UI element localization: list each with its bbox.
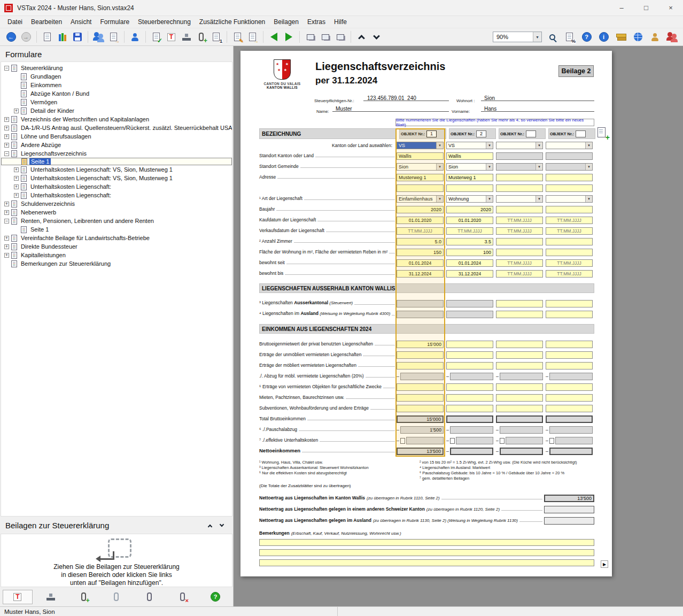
collapse-up-icon[interactable] <box>355 30 368 44</box>
date-field[interactable]: 31.12.2024 <box>397 270 444 278</box>
tree-item[interactable]: +Seite 1 <box>1 225 232 234</box>
dropdown-arrow-icon[interactable]: ▼ <box>535 164 542 170</box>
dropdown-arrow-icon[interactable]: ▼ <box>486 164 493 170</box>
zoom-select[interactable]: 90% ▼ <box>493 32 542 42</box>
expand-box-icon[interactable]: + <box>4 210 9 215</box>
dropdown-arrow-icon[interactable]: ▼ <box>585 196 592 202</box>
transfer-document-icon[interactable]: → <box>246 30 259 44</box>
dropdown-field[interactable]: Sion▼ <box>397 163 444 171</box>
objekt-number-field[interactable] <box>576 130 586 137</box>
text-field[interactable] <box>496 174 543 181</box>
tree-item[interactable]: +Verzeichnis der Wertschriften und Kapit… <box>1 115 232 124</box>
help-green-icon[interactable]: ? <box>209 590 222 604</box>
dropdown-arrow-icon[interactable]: ▼ <box>535 196 542 202</box>
amount-field[interactable] <box>546 405 593 412</box>
amount-field[interactable] <box>496 351 543 359</box>
amount-field[interactable] <box>496 383 543 391</box>
amount-field[interactable] <box>496 249 543 256</box>
tree-item[interactable]: −Steuererklärung <box>1 64 232 72</box>
attachments-dropzone[interactable]: Ziehen Sie die Beilagen zur Steuererklär… <box>1 534 232 587</box>
amount-field[interactable]: 100 <box>446 249 493 256</box>
detail-sheet-icon[interactable] <box>450 438 455 444</box>
expand-box-icon[interactable]: + <box>14 184 19 189</box>
tree-item[interactable]: −Renten, Pensionen, Leibrenten und ander… <box>1 217 232 225</box>
prev-form-icon[interactable] <box>267 30 281 44</box>
tree-item[interactable]: +Seite 1 <box>1 158 232 165</box>
menu-hilfe[interactable]: Hilfe <box>330 17 351 27</box>
expand-box-icon[interactable]: + <box>14 167 19 172</box>
text-field[interactable]: Wallis <box>397 152 444 160</box>
close-button[interactable]: × <box>658 0 683 16</box>
collapse-box-icon[interactable]: − <box>4 219 9 224</box>
expand-box-icon[interactable]: + <box>4 117 9 122</box>
esign-icon[interactable] <box>648 30 662 44</box>
taxpayer-icon[interactable] <box>128 30 142 44</box>
date-field[interactable]: 01.01.2024 <box>397 259 444 267</box>
dropdown-field[interactable]: ▼ <box>496 163 543 171</box>
text-field[interactable] <box>397 184 444 192</box>
objekt-number-field[interactable]: 2 <box>476 130 486 137</box>
tree-item[interactable]: +Abzüge Kanton / Bund <box>1 89 232 98</box>
tree-item[interactable]: +Detail der Kinder <box>1 106 232 115</box>
vorname-value[interactable]: Hans <box>484 106 496 112</box>
tree-item[interactable]: +Grundlagen <box>1 72 232 81</box>
taxpayer-number-value[interactable]: 123.456.789.01 240 <box>367 95 416 101</box>
date-field[interactable]: 01.01.2024 <box>446 259 493 267</box>
date-field[interactable]: TT.MM.JJJJ <box>496 270 543 278</box>
amount-field[interactable] <box>546 394 593 402</box>
dropdown-field[interactable]: ▼ <box>546 142 593 149</box>
dropdown-arrow-icon[interactable]: ▼ <box>585 142 592 149</box>
collapse-box-icon[interactable]: − <box>4 151 9 156</box>
stamp-efile-button[interactable] <box>36 590 66 604</box>
expand-box-icon[interactable]: + <box>4 134 9 139</box>
paperclip-light-icon[interactable] <box>110 590 123 604</box>
menu-beilagen[interactable]: Beilagen <box>269 17 303 27</box>
dropdown-field[interactable]: ▼ <box>546 163 593 171</box>
menu-bearbeiten[interactable]: Bearbeiten <box>27 17 66 27</box>
amount-field[interactable] <box>496 394 543 402</box>
edit-document-icon[interactable]: ✎ <box>231 30 244 44</box>
upload-document-icon[interactable]: 1 <box>209 30 223 44</box>
tree-item[interactable]: +DA-1/R-US Antrag ausl. Quellensteuern/R… <box>1 124 232 132</box>
amount-field[interactable] <box>546 311 593 318</box>
amount-field[interactable] <box>397 405 444 412</box>
tree-item[interactable]: +Einkommen <box>1 81 232 89</box>
contacts-icon[interactable] <box>92 30 105 44</box>
attachments-scroll-down-button[interactable] <box>216 520 228 530</box>
tree-item[interactable]: +Unterhaltskosten Liegenschaft: VS, Sion… <box>1 174 232 182</box>
detail-sheet-icon[interactable] <box>549 438 554 444</box>
amount-field[interactable]: 5.0 <box>397 238 444 245</box>
stamp-efile-icon[interactable] <box>44 590 57 604</box>
tree-item[interactable]: +Unterhaltskosten Liegenschaft: <box>1 191 232 199</box>
amount-field[interactable]: 2020 <box>397 206 444 213</box>
help-icon[interactable]: ? <box>580 30 593 44</box>
amount-field[interactable] <box>546 249 593 256</box>
amount-field[interactable] <box>546 351 593 359</box>
help-green-button[interactable]: ? <box>200 590 230 604</box>
next-form-icon[interactable] <box>282 30 296 44</box>
new-document-icon[interactable] <box>41 30 54 44</box>
attach-add-button[interactable]: + <box>68 590 98 604</box>
expand-box-icon[interactable]: + <box>4 202 9 206</box>
expand-box-icon[interactable]: + <box>14 193 19 198</box>
paperclip-light-button[interactable] <box>102 590 131 604</box>
amount-field[interactable] <box>446 341 493 348</box>
expand-box-icon[interactable]: + <box>4 244 9 249</box>
partners-icon[interactable] <box>665 30 679 44</box>
amount-field[interactable] <box>496 206 543 213</box>
amount-field[interactable] <box>546 238 593 245</box>
menu-ansicht[interactable]: Ansicht <box>66 17 96 27</box>
dropdown-arrow-icon[interactable]: ▼ <box>486 142 493 149</box>
objekt-number-field[interactable] <box>526 130 536 137</box>
dropdown-field[interactable]: VS▼ <box>446 142 493 149</box>
amount-field[interactable] <box>446 383 493 391</box>
text-field[interactable]: Musterweg 1 <box>446 174 493 181</box>
save-icon[interactable] <box>71 30 84 44</box>
dropdown-field[interactable]: ▼ <box>546 195 593 203</box>
validate-document-icon[interactable]: ✓ <box>150 30 163 44</box>
export-document-icon[interactable]: → <box>107 30 120 44</box>
amount-field[interactable] <box>546 300 593 307</box>
paperclip-remove-button[interactable]: × <box>167 590 197 604</box>
tree-item[interactable]: +Vermögen <box>1 98 232 106</box>
date-field[interactable]: TT.MM.JJJJ <box>546 227 593 235</box>
